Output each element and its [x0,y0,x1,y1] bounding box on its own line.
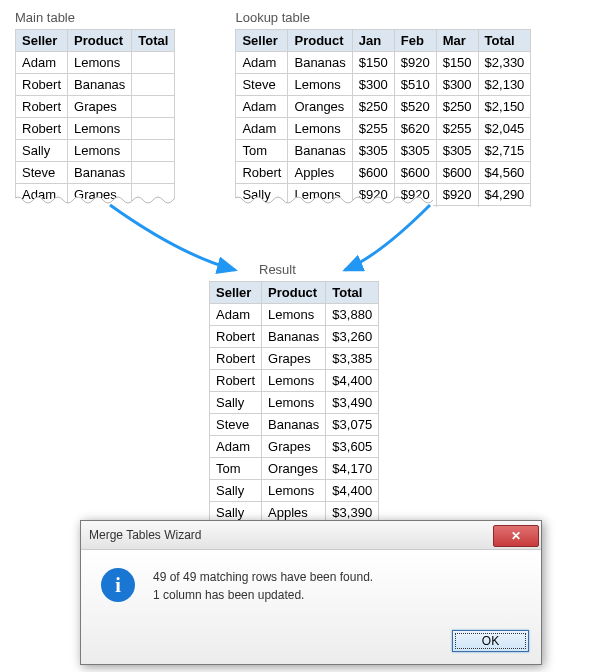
table-cell: Lemons [262,370,326,392]
table-cell: $2,330 [478,52,531,74]
lookup-table-title: Lookup table [235,10,531,25]
table-cell: $2,150 [478,96,531,118]
table-row: RobertApples$600$600$600$4,560 [236,162,531,184]
column-header: Total [478,30,531,52]
column-header: Seller [236,30,288,52]
table-cell: Lemons [288,74,352,96]
column-header: Total [326,282,379,304]
column-header: Product [288,30,352,52]
table-cell: $600 [394,162,436,184]
merge-wizard-dialog: Merge Tables Wizard ✕ i 49 of 49 matchin… [80,520,542,665]
table-row: SteveBananas$3,075 [210,414,379,436]
ok-button[interactable]: OK [452,630,529,652]
table-cell: Lemons [288,206,352,208]
table-cell: $510 [394,206,436,208]
table-cell: Robert [210,370,262,392]
table-cell: $2,715 [478,140,531,162]
table-row: RobertBananas [16,74,175,96]
dialog-title: Merge Tables Wizard [89,528,202,542]
table-cell: $3,490 [326,392,379,414]
table-row: SteveLemons$300$510$300$2,130 [236,74,531,96]
main-table-title: Main table [15,10,175,25]
table-cell: Robert [210,348,262,370]
table-cell: $4,290 [478,184,531,206]
table-cell: $3,090 [478,206,531,208]
dialog-titlebar[interactable]: Merge Tables Wizard ✕ [81,521,541,550]
table-row: AdamGrapes$3,605 [210,436,379,458]
table-row: SallyLemons$920$920$920$4,290 [236,184,531,206]
table-cell: Oranges [68,206,132,208]
table-cell: $510 [352,206,394,208]
table-cell: Adam [210,436,262,458]
table-cell: Apples [288,162,352,184]
table-cell [132,74,175,96]
table-row: RobertBananas$3,260 [210,326,379,348]
close-icon: ✕ [511,529,521,543]
table-cell: Bananas [68,162,132,184]
table-cell: Adam [16,52,68,74]
table-cell: $300 [352,74,394,96]
table-cell [132,140,175,162]
table-cell: Steve [16,162,68,184]
table-cell: $250 [436,96,478,118]
column-header: Jan [352,30,394,52]
table-cell: Steve [210,414,262,436]
table-row: SallyLemons$4,400 [210,480,379,502]
lookup-table: SellerProductJanFebMarTotalAdamBananas$1… [235,29,531,207]
result-table: SellerProductTotalAdamLemons$3,880Robert… [209,281,379,524]
table-cell: $920 [394,52,436,74]
table-cell: $305 [436,140,478,162]
table-cell: Adam [236,118,288,140]
table-row: RobertLemons$4,400 [210,370,379,392]
table-cell: $305 [394,140,436,162]
result-table-title: Result [259,262,399,277]
table-cell: Oranges [262,458,326,480]
table-cell: Lemons [288,118,352,140]
column-header: Total [132,30,175,52]
table-cell: Robert [236,162,288,184]
table-cell: Robert [210,326,262,348]
table-cell: Tom [236,140,288,162]
table-cell: Bananas [262,326,326,348]
table-cell: Lemons [262,480,326,502]
table-cell: Grapes [68,96,132,118]
table-cell: $600 [352,162,394,184]
table-cell: Lemons [262,392,326,414]
table-cell [132,118,175,140]
table-cell [132,184,175,206]
table-cell: Grapes [262,348,326,370]
table-cell: $4,170 [326,458,379,480]
table-cell: Adam [236,52,288,74]
table-row: AdamLemons$3,880 [210,304,379,326]
table-cell: $4,560 [478,162,531,184]
table-row: AdamBananas$150$920$150$2,330 [236,52,531,74]
table-cell: Lemons [68,118,132,140]
table-cell: Lemons [68,140,132,162]
table-row: AdamOranges$250$520$250$2,150 [236,96,531,118]
table-row: AdamGrapes [16,184,175,206]
table-row: TomOranges [16,206,175,208]
close-button[interactable]: ✕ [493,525,539,547]
table-cell: $3,605 [326,436,379,458]
table-row: SallyLemons$3,490 [210,392,379,414]
table-cell: $620 [394,118,436,140]
table-cell: $255 [436,118,478,140]
column-header: Mar [436,30,478,52]
table-cell: Bananas [288,140,352,162]
table-row: SteveBananas [16,162,175,184]
table-cell: Tom [16,206,68,208]
table-cell: $250 [352,96,394,118]
table-row: RobertGrapes [16,96,175,118]
table-cell: $150 [436,52,478,74]
column-header: Seller [16,30,68,52]
table-cell [132,96,175,118]
table-cell: $3,260 [326,326,379,348]
table-cell: Tom [236,206,288,208]
table-cell: Lemons [262,304,326,326]
table-cell: $305 [352,140,394,162]
info-icon: i [101,568,135,602]
table-cell: $3,075 [326,414,379,436]
table-cell: Robert [16,118,68,140]
table-cell: Adam [210,304,262,326]
table-cell: Adam [236,96,288,118]
